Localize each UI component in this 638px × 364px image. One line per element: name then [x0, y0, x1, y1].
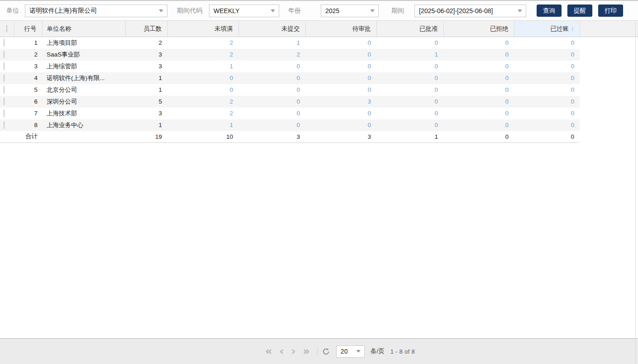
- employees-cell: 1: [125, 119, 167, 131]
- rejected-count-link[interactable]: 0: [443, 72, 514, 84]
- row-number-cell: 2: [14, 49, 42, 61]
- column-header-unfilled[interactable]: 未填满: [167, 21, 238, 37]
- unsubmitted-count-link[interactable]: 0: [238, 119, 305, 131]
- print-button[interactable]: 打印: [598, 5, 623, 17]
- column-header-row-no[interactable]: 行号: [14, 21, 42, 37]
- column-header-approved[interactable]: 已批准: [376, 21, 443, 37]
- pending-count-link[interactable]: 3: [305, 96, 376, 108]
- row-checkbox[interactable]: [4, 74, 5, 82]
- row-checkbox-cell: [0, 37, 14, 49]
- rejected-count-link[interactable]: 0: [443, 96, 514, 108]
- total-rejected-cell: 0: [443, 131, 514, 143]
- total-row: 合计191033100: [0, 131, 638, 143]
- rejected-count-link[interactable]: 0: [443, 61, 514, 72]
- total-label-cell: 合计: [14, 131, 42, 143]
- column-header-unsubmitted[interactable]: 未提交: [238, 21, 305, 37]
- refresh-icon[interactable]: [322, 348, 330, 355]
- query-button[interactable]: 查询: [537, 5, 562, 17]
- last-page-button[interactable]: »: [303, 346, 310, 357]
- rejected-count-link[interactable]: 0: [443, 37, 514, 49]
- column-header-unit-name[interactable]: 单位名称: [42, 21, 125, 37]
- rejected-count-link[interactable]: 0: [443, 84, 514, 96]
- scrollbar-track[interactable]: [635, 20, 636, 364]
- row-checkbox[interactable]: [4, 51, 5, 58]
- unsubmitted-count-link[interactable]: 0: [238, 108, 305, 119]
- row-checkbox[interactable]: [4, 39, 5, 47]
- approved-count-link[interactable]: 1: [376, 49, 443, 61]
- period-select[interactable]: [2025-06-02]-[2025-06-08]: [414, 5, 526, 17]
- unfilled-count-link[interactable]: 0: [167, 72, 238, 84]
- posted-count-link[interactable]: 0: [514, 72, 580, 84]
- unit-name-cell: 北京分公司: [42, 84, 125, 96]
- approved-count-link[interactable]: 0: [376, 72, 443, 84]
- pending-count-link[interactable]: 0: [305, 61, 376, 72]
- unfilled-count-link[interactable]: 2: [167, 49, 238, 61]
- approved-count-link[interactable]: 0: [376, 108, 443, 119]
- posted-count-link[interactable]: 0: [514, 61, 580, 72]
- unfilled-count-link[interactable]: 1: [167, 61, 238, 72]
- column-header-pending-approval[interactable]: 待审批: [305, 21, 376, 37]
- posted-count-link[interactable]: 0: [514, 96, 580, 108]
- unfilled-count-link[interactable]: 1: [167, 119, 238, 131]
- pending-count-link[interactable]: 0: [305, 119, 376, 131]
- unsubmitted-count-link[interactable]: 0: [238, 72, 305, 84]
- pending-count-link[interactable]: 0: [305, 49, 376, 61]
- unfilled-count-link[interactable]: 2: [167, 108, 238, 119]
- unsubmitted-count-link[interactable]: 1: [238, 37, 305, 49]
- next-page-button[interactable]: ›: [291, 346, 295, 357]
- posted-count-link[interactable]: 0: [514, 49, 580, 61]
- rejected-count-link[interactable]: 0: [443, 49, 514, 61]
- approved-count-link[interactable]: 0: [376, 37, 443, 49]
- unsubmitted-count-link[interactable]: 2: [238, 49, 305, 61]
- approved-count-link[interactable]: 0: [376, 84, 443, 96]
- unfilled-count-link[interactable]: 2: [167, 96, 238, 108]
- total-name-cell: [42, 131, 125, 143]
- row-number-cell: 7: [14, 108, 42, 119]
- pending-count-link[interactable]: 0: [305, 108, 376, 119]
- previous-page-button[interactable]: ‹: [280, 346, 284, 357]
- unit-select-value: 诺明软件(上海)有限公司: [29, 7, 97, 15]
- approved-count-link[interactable]: 0: [376, 96, 443, 108]
- rejected-count-link[interactable]: 0: [443, 108, 514, 119]
- unsubmitted-count-link[interactable]: 0: [238, 61, 305, 72]
- unsubmitted-count-link[interactable]: 0: [238, 96, 305, 108]
- total-unfilled-cell: 10: [167, 131, 238, 143]
- pending-count-link[interactable]: 0: [305, 37, 376, 49]
- unsubmitted-count-link[interactable]: 0: [238, 84, 305, 96]
- row-number-cell: 4: [14, 72, 42, 84]
- remind-button[interactable]: 提醒: [567, 5, 592, 17]
- posted-count-link[interactable]: 0: [514, 108, 580, 119]
- unfilled-count-link[interactable]: 0: [167, 84, 238, 96]
- select-all-checkbox[interactable]: [6, 25, 7, 33]
- page-size-select[interactable]: 20: [336, 345, 365, 358]
- total-pending-cell: 3: [305, 131, 376, 143]
- row-checkbox[interactable]: [4, 109, 5, 117]
- employees-cell: 1: [125, 72, 167, 84]
- approved-count-link[interactable]: 0: [376, 119, 443, 131]
- year-select[interactable]: 2025: [321, 5, 379, 17]
- pending-count-link[interactable]: 0: [305, 72, 376, 84]
- row-checkbox[interactable]: [4, 86, 5, 94]
- unit-select[interactable]: 诺明软件(上海)有限公司: [25, 5, 167, 17]
- unit-name-cell: 上海综管部: [42, 61, 125, 72]
- row-checkbox[interactable]: [4, 62, 5, 70]
- posted-count-link[interactable]: 0: [514, 37, 580, 49]
- posted-count-link[interactable]: 0: [514, 84, 580, 96]
- row-filler-cell: [580, 96, 638, 108]
- pending-count-link[interactable]: 0: [305, 84, 376, 96]
- period-code-select[interactable]: WEEKLY: [209, 5, 279, 17]
- row-checkbox[interactable]: [4, 98, 5, 105]
- unfilled-count-link[interactable]: 2: [167, 37, 238, 49]
- unit-name-cell: 诺明软件(上海)有限...: [42, 72, 125, 84]
- first-page-button[interactable]: «: [265, 346, 272, 357]
- row-checkbox[interactable]: [4, 121, 5, 129]
- column-header-employees[interactable]: 员工数: [125, 21, 167, 37]
- chevron-down-icon: [271, 9, 275, 12]
- approved-count-link[interactable]: 0: [376, 61, 443, 72]
- table-row: 5北京分公司1000000: [0, 84, 638, 96]
- rejected-count-link[interactable]: 0: [443, 119, 514, 131]
- row-number-cell: 6: [14, 96, 42, 108]
- posted-count-link[interactable]: 0: [514, 119, 580, 131]
- column-header-posted[interactable]: 已过账↑: [514, 21, 580, 37]
- column-header-rejected[interactable]: 已拒绝: [443, 21, 514, 37]
